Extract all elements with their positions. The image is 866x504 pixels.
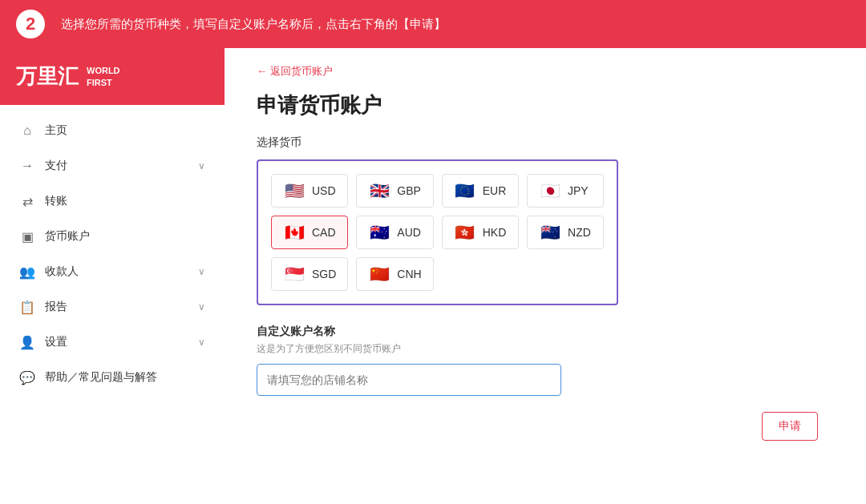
- nav-label-settings: 设置: [45, 335, 67, 349]
- currency-code-hkd: HKD: [483, 226, 507, 239]
- nav-icon-recipient: 👥: [19, 264, 35, 280]
- chevron-recipient: ∨: [198, 266, 205, 277]
- sidebar-item-transfer[interactable]: ⇄转账: [0, 183, 225, 219]
- currency-code-eur: EUR: [483, 184, 507, 197]
- flag-jpy: 🇯🇵: [539, 183, 561, 199]
- nav-icon-settings: 👤: [19, 334, 35, 350]
- flag-sgd: 🇸🇬: [283, 266, 306, 282]
- sidebar: 万里汇 WORLD FIRST ⌂主页→支付∨⇄转账▣货币账户👥收款人∨📋报告∨…: [0, 48, 225, 504]
- custom-name-title: 自定义账户名称: [257, 325, 834, 339]
- nav-label-currency-account: 货币账户: [45, 229, 90, 244]
- flag-nzd: 🇳🇿: [539, 224, 561, 240]
- currency-item-eur[interactable]: 🇪🇺EUR: [442, 174, 519, 208]
- page-title: 申请货币账户: [257, 91, 834, 119]
- sidebar-logo: 万里汇 WORLD FIRST: [0, 48, 225, 105]
- sidebar-item-help[interactable]: 💬帮助／常见问题与解答: [0, 360, 225, 395]
- logo-chinese: 万里汇: [16, 62, 79, 91]
- nav-icon-home: ⌂: [19, 123, 35, 139]
- flag-hkd: 🇭🇰: [454, 224, 476, 240]
- step-number: 2: [16, 10, 45, 38]
- nav-icon-help: 💬: [19, 369, 35, 385]
- currency-item-cad[interactable]: 🇨🇦CAD: [271, 216, 348, 249]
- nav-label-home: 主页: [45, 123, 67, 138]
- currency-item-jpy[interactable]: 🇯🇵JPY: [527, 174, 604, 208]
- content-inner: ← 返回货币账户 申请货币账户 选择货币 🇺🇸USD🇬🇧GBP🇪🇺EUR🇯🇵JP…: [225, 48, 866, 473]
- chevron-payment: ∨: [198, 160, 205, 171]
- currency-code-cad: CAD: [312, 226, 336, 239]
- flag-aud: 🇦🇺: [368, 224, 391, 240]
- flag-usd: 🇺🇸: [283, 183, 306, 199]
- nav-icon-report: 📋: [19, 299, 35, 315]
- flag-cnh: 🇨🇳: [368, 266, 391, 282]
- sidebar-item-home[interactable]: ⌂主页: [0, 113, 225, 148]
- currency-code-sgd: SGD: [312, 268, 336, 280]
- custom-name-input[interactable]: [257, 364, 561, 396]
- back-link[interactable]: ← 返回货币账户: [257, 64, 834, 79]
- nav-label-payment: 支付: [45, 159, 67, 173]
- custom-name-section: 自定义账户名称 这是为了方便您区别不同货币账户: [257, 325, 834, 396]
- currency-grid: 🇺🇸USD🇬🇧GBP🇪🇺EUR🇯🇵JPY🇨🇦CAD🇦🇺AUD🇭🇰HKD🇳🇿NZD…: [271, 174, 604, 291]
- flag-cad: 🇨🇦: [283, 224, 306, 240]
- sidebar-item-payment[interactable]: →支付∨: [0, 148, 225, 183]
- sidebar-item-currency-account[interactable]: ▣货币账户: [0, 219, 225, 254]
- logo-english: WORLD FIRST: [87, 65, 120, 88]
- currency-code-cnh: CNH: [397, 268, 421, 280]
- nav-icon-currency-account: ▣: [19, 228, 35, 244]
- sidebar-item-recipient[interactable]: 👥收款人∨: [0, 254, 225, 289]
- nav-icon-payment: →: [19, 158, 35, 174]
- currency-code-nzd: NZD: [568, 226, 591, 239]
- currency-item-hkd[interactable]: 🇭🇰HKD: [442, 216, 519, 249]
- currency-item-nzd[interactable]: 🇳🇿NZD: [527, 216, 604, 249]
- sidebar-item-report[interactable]: 📋报告∨: [0, 289, 225, 325]
- nav-label-report: 报告: [45, 300, 67, 314]
- currency-item-gbp[interactable]: 🇬🇧GBP: [356, 174, 433, 208]
- custom-name-desc: 这是为了方便您区别不同货币账户: [257, 342, 834, 356]
- submit-area: 申请: [257, 412, 834, 441]
- flag-gbp: 🇬🇧: [368, 183, 391, 199]
- main-container: 万里汇 WORLD FIRST ⌂主页→支付∨⇄转账▣货币账户👥收款人∨📋报告∨…: [0, 48, 866, 504]
- currency-item-sgd[interactable]: 🇸🇬SGD: [271, 257, 348, 291]
- nav-label-recipient: 收款人: [45, 264, 79, 279]
- currency-item-cnh[interactable]: 🇨🇳CNH: [356, 257, 433, 291]
- sidebar-nav: ⌂主页→支付∨⇄转账▣货币账户👥收款人∨📋报告∨👤设置∨💬帮助／常见问题与解答: [0, 105, 225, 504]
- chevron-settings: ∨: [198, 337, 205, 348]
- nav-label-transfer: 转账: [45, 194, 67, 208]
- sidebar-item-settings[interactable]: 👤设置∨: [0, 325, 225, 360]
- currency-code-jpy: JPY: [568, 184, 589, 197]
- currency-item-usd[interactable]: 🇺🇸USD: [271, 174, 348, 208]
- currency-grid-container: 🇺🇸USD🇬🇧GBP🇪🇺EUR🇯🇵JPY🇨🇦CAD🇦🇺AUD🇭🇰HKD🇳🇿NZD…: [257, 159, 618, 305]
- content-area: ← 返回货币账户 申请货币账户 选择货币 🇺🇸USD🇬🇧GBP🇪🇺EUR🇯🇵JP…: [225, 48, 866, 504]
- nav-icon-transfer: ⇄: [19, 193, 35, 209]
- chevron-report: ∨: [198, 301, 205, 312]
- instruction-bar: 2 选择您所需的货币种类，填写自定义账户名称后，点击右下角的【申请】: [0, 0, 866, 48]
- currency-code-usd: USD: [312, 184, 336, 197]
- currency-code-aud: AUD: [397, 226, 421, 239]
- currency-section-label: 选择货币: [257, 135, 834, 150]
- nav-label-help: 帮助／常见问题与解答: [45, 370, 157, 385]
- currency-item-aud[interactable]: 🇦🇺AUD: [356, 216, 433, 249]
- instruction-text: 选择您所需的货币种类，填写自定义账户名称后，点击右下角的【申请】: [61, 17, 446, 32]
- submit-button[interactable]: 申请: [762, 412, 818, 441]
- flag-eur: 🇪🇺: [454, 183, 476, 199]
- currency-code-gbp: GBP: [397, 184, 421, 197]
